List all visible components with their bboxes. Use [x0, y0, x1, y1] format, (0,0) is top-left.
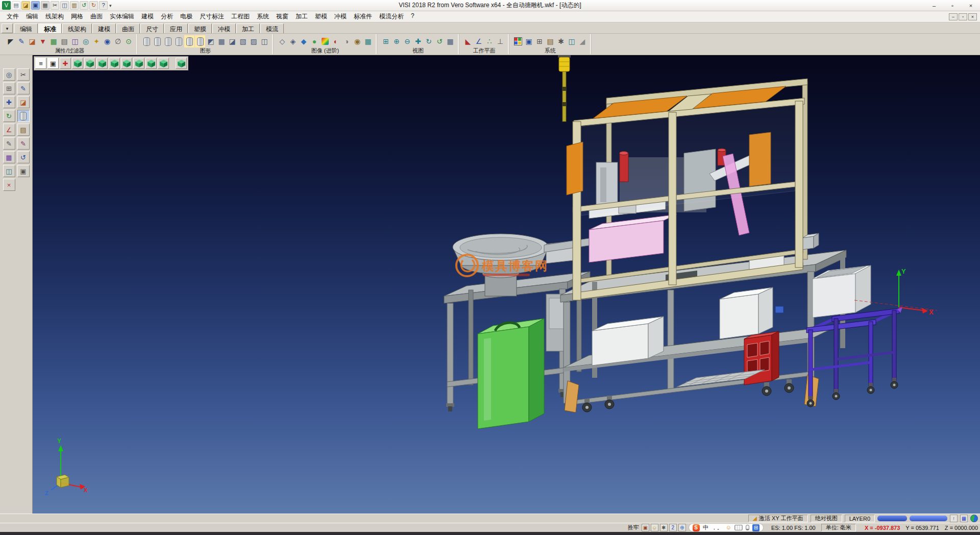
annotate-icon[interactable]: ✎	[17, 137, 30, 150]
saved-views-icon[interactable]: ▦	[445, 35, 455, 47]
erase-tool-icon[interactable]: ◪	[17, 96, 30, 108]
view-cube-back-icon[interactable]	[96, 58, 108, 69]
3d-viewport[interactable]: ≡ ▣ ✚	[33, 55, 980, 514]
maximize-button[interactable]: ▫	[943, 0, 962, 11]
show-solids-icon[interactable]	[184, 35, 194, 47]
menu-item[interactable]: 线架构	[42, 11, 67, 22]
hidden-line-view-icon[interactable]: ◈	[288, 35, 298, 47]
view-list-icon[interactable]: ≡	[35, 58, 46, 69]
wireframe-body-icon[interactable]	[141, 35, 152, 47]
zoom-fit-icon[interactable]: ⊕	[391, 35, 402, 47]
display-settings-icon[interactable]: ▣	[524, 35, 534, 47]
hatch-icon[interactable]: ▦	[3, 151, 15, 163]
window-zoom-icon[interactable]: ▣	[47, 58, 59, 69]
ime-language-toggle[interactable]: 中	[703, 525, 708, 530]
menu-item[interactable]: 电极	[177, 11, 196, 22]
redo-icon[interactable]: ↻	[89, 1, 98, 10]
toolbar-tab[interactable]: 冲模	[212, 23, 236, 33]
body-edges-icon[interactable]	[174, 35, 184, 47]
render-mode-icon[interactable]: ▧	[238, 35, 248, 47]
view-cube-right-icon[interactable]	[121, 58, 132, 69]
view-cube-front-icon[interactable]	[84, 58, 95, 69]
viewport-canvas[interactable]: Y X Y X Z	[33, 55, 980, 514]
ime-mic-icon[interactable]	[746, 525, 749, 530]
shaded-view-icon[interactable]: ◆	[299, 35, 309, 47]
zoom-window-icon[interactable]: ⊞	[381, 35, 391, 47]
menu-item[interactable]: 实体编辑	[106, 11, 138, 22]
snapshot-icon[interactable]: ◫	[259, 35, 270, 47]
sketch-icon[interactable]: ✎	[3, 137, 15, 150]
filter-funnel-icon[interactable]: ▼	[38, 35, 48, 47]
highlight-filter-icon[interactable]: ✦	[91, 35, 102, 47]
language-icon[interactable]: ⊕	[678, 524, 686, 531]
rotate-icon[interactable]: ↻	[3, 110, 15, 122]
menu-item[interactable]: 塑模	[311, 11, 331, 22]
settings-icon[interactable]: ✱	[660, 524, 668, 531]
mirror-icon[interactable]: ◫	[3, 165, 15, 177]
toolbar-overflow-arrow[interactable]: ▾	[109, 3, 112, 8]
type-filter-icon[interactable]: ◫	[70, 35, 80, 47]
snap-filter-icon[interactable]: ◎	[81, 35, 91, 47]
eraser-icon[interactable]: ◪	[27, 35, 37, 47]
clamp-icon[interactable]: ▣	[642, 524, 649, 531]
properties-pen-icon[interactable]: ✎	[16, 35, 27, 47]
texture-mode-icon[interactable]: ▨	[249, 35, 259, 47]
draw-pen-icon[interactable]: ✎	[17, 82, 30, 94]
ime-toolbox-icon[interactable]: ⊞	[752, 524, 760, 531]
tab-dropdown-button[interactable]: ▾	[2, 23, 13, 33]
snap-grid-icon[interactable]: ⊞	[3, 82, 15, 94]
menu-item[interactable]: 标准件	[350, 11, 376, 22]
rotate-view-icon[interactable]: ↻	[424, 35, 434, 47]
menu-item[interactable]: 编辑	[22, 11, 42, 22]
mdi-close-button[interactable]: ×	[968, 13, 977, 20]
delete-icon[interactable]: ×	[3, 179, 15, 191]
smiley-status-icon[interactable]: ☺	[651, 524, 658, 531]
cut-icon[interactable]: ✂	[51, 1, 59, 10]
save-icon[interactable]: ▣	[31, 1, 40, 10]
view-cube-bottom-icon[interactable]	[133, 58, 144, 69]
database-icon[interactable]: ▤	[545, 35, 555, 47]
shadow-view-icon[interactable]: ◉	[352, 35, 362, 47]
online-status-icon[interactable]	[970, 515, 978, 522]
menu-item[interactable]: 模流分析	[376, 11, 407, 22]
workplane-3points-icon[interactable]: ∴	[484, 35, 495, 47]
shaded-body-icon[interactable]	[152, 35, 162, 47]
ime-toolbar[interactable]: S 中 ，。 ☺ ⊞	[689, 523, 764, 532]
refresh-view-icon[interactable]: ↺	[434, 35, 445, 47]
toolbar-tab[interactable]: 塑膜	[188, 23, 212, 33]
menu-item[interactable]: 建模	[138, 11, 157, 22]
open-file-icon[interactable]: ◪	[21, 1, 30, 10]
lock-status-label[interactable]: 拴牢	[628, 524, 639, 531]
menu-item[interactable]: 网格	[67, 11, 87, 22]
toolbar-tab[interactable]: 线架构	[62, 23, 92, 33]
titlebar[interactable]: V▤◪▣▦✂◫▥↺↻? ▾ VISI 2018 R2 from Vero Sof…	[0, 0, 980, 11]
view-cube-left-icon[interactable]	[109, 58, 120, 69]
toolbar-tab[interactable]: 应用	[164, 23, 188, 33]
analysis-rainbow-icon[interactable]	[320, 35, 330, 47]
menu-item[interactable]: 视窗	[273, 11, 292, 22]
ghost-body-icon[interactable]	[163, 35, 173, 47]
toolbar-tab[interactable]: 加工	[236, 23, 260, 33]
mdi-restore-button[interactable]: ▫	[959, 13, 967, 20]
pan-icon[interactable]: ✚	[413, 35, 423, 47]
annotation-icon[interactable]: 2	[669, 524, 677, 531]
view-cube-top-icon[interactable]	[72, 58, 83, 69]
taskbar-edge-strip[interactable]	[0, 532, 980, 535]
hide-icon[interactable]: ∅	[113, 35, 123, 47]
section-view-icon[interactable]: ◐	[331, 35, 341, 47]
toolbar-tab[interactable]: 标准	[38, 23, 62, 33]
view-cube-iso-icon[interactable]	[145, 58, 157, 69]
background-color-icon[interactable]: ▦	[363, 35, 373, 47]
toolbar-tab[interactable]: 曲面	[116, 23, 140, 33]
paste-icon[interactable]: ▥	[70, 1, 79, 10]
hide-solids-icon[interactable]	[195, 35, 205, 47]
system-settings-icon[interactable]: ✱	[556, 35, 566, 47]
menu-item[interactable]: 冲模	[331, 11, 350, 22]
toolbar-tab[interactable]: 建模	[92, 23, 116, 33]
view-mode-indicator[interactable]: 绝对视图	[811, 515, 842, 522]
toolbar-tab[interactable]: 模流	[260, 23, 284, 33]
transparency-icon[interactable]: ◑	[341, 35, 352, 47]
minimize-button[interactable]: –	[925, 0, 943, 11]
mesh-box-icon[interactable]: ▦	[216, 35, 227, 47]
show-all-icon[interactable]: ⊙	[124, 35, 134, 47]
